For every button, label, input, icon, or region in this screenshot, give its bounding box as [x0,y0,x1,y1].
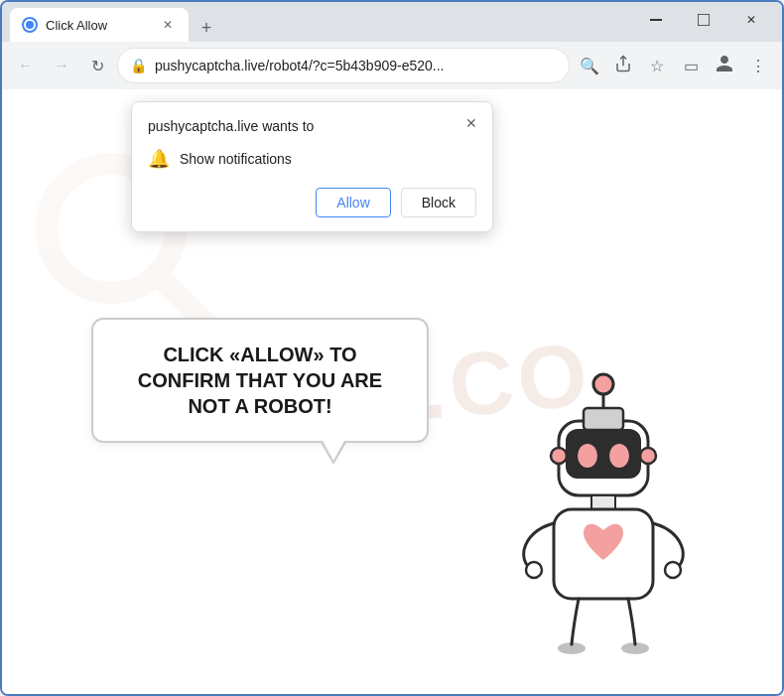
popup-notification-row: 🔔 Show notifications [148,148,476,170]
reload-button[interactable]: ↻ [81,50,113,81]
popup-close-button[interactable]: ✕ [460,112,482,134]
svg-rect-19 [584,408,623,430]
back-icon: ← [18,57,34,74]
title-bar: Click Allow ✕ + ✕ [2,2,782,42]
minimize-button[interactable] [633,3,679,37]
reload-icon: ↻ [91,57,104,75]
speech-bubble: CLICK «ALLOW» TO CONFIRM THAT YOU ARE NO… [91,318,429,443]
svg-point-15 [526,562,542,578]
search-button[interactable]: 🔍 [574,50,605,81]
svg-point-17 [558,642,586,654]
svg-point-16 [665,562,681,578]
forward-button[interactable]: → [46,50,77,81]
profile-icon [715,54,734,77]
back-button[interactable]: ← [10,50,42,81]
svg-rect-0 [650,19,662,21]
notification-popup: ✕ pushycaptcha.live wants to 🔔 Show noti… [131,101,493,232]
split-view-icon: ▭ [684,57,699,75]
bookmark-icon: ☆ [650,57,664,75]
popup-row-text: Show notifications [180,151,292,167]
active-tab[interactable]: Click Allow ✕ [10,8,189,42]
browser-window: Click Allow ✕ + ✕ ← → ↻ 🔒 pushycaptc [0,0,784,696]
block-button[interactable]: Block [401,188,476,217]
forward-icon: → [54,57,69,74]
popup-buttons: Allow Block [148,188,476,217]
bell-icon: 🔔 [148,148,170,170]
allow-button[interactable]: Allow [316,188,390,217]
menu-icon: ⋮ [750,57,766,75]
svg-rect-13 [591,495,615,509]
svg-point-9 [578,444,597,468]
tab-title: Click Allow [46,18,151,33]
search-icon: 🔍 [580,57,599,75]
share-button[interactable] [607,50,639,81]
nav-right-icons: 🔍 ☆ ▭ [574,50,774,81]
menu-button[interactable]: ⋮ [742,50,774,81]
robot-character [484,366,722,684]
window-controls: ✕ [633,3,774,41]
split-view-button[interactable]: ▭ [675,50,707,81]
new-tab-button[interactable]: + [193,14,220,42]
address-bar[interactable]: 🔒 pushycaptcha.live/robot4/?c=5b43b909-e… [117,48,570,83]
close-button[interactable]: ✕ [728,3,774,37]
tab-favicon [22,17,38,33]
profile-button[interactable] [709,50,740,81]
svg-point-5 [593,374,613,394]
svg-point-18 [621,642,649,654]
svg-rect-1 [698,14,710,26]
lock-icon: 🔒 [130,58,147,73]
maximize-button[interactable] [681,3,726,37]
popup-close-icon: ✕ [465,115,477,131]
svg-point-10 [609,444,629,468]
tab-area: Click Allow ✕ + [10,2,633,42]
bookmark-button[interactable]: ☆ [641,50,673,81]
tab-close-btn[interactable]: ✕ [159,16,177,34]
share-icon [614,55,632,76]
svg-point-11 [551,448,567,464]
address-text: pushycaptcha.live/robot4/?c=5b43b909-e52… [155,58,557,73]
svg-rect-8 [566,429,641,479]
svg-point-12 [640,448,656,464]
navigation-bar: ← → ↻ 🔒 pushycaptcha.live/robot4/?c=5b43… [2,42,782,89]
robot-svg [484,366,722,684]
bubble-text: CLICK «ALLOW» TO CONFIRM THAT YOU ARE NO… [138,344,382,417]
popup-header: pushycaptcha.live wants to [148,118,476,134]
content-area: RISK.CO ✕ pushycaptcha.live wants to 🔔 S… [2,89,782,694]
